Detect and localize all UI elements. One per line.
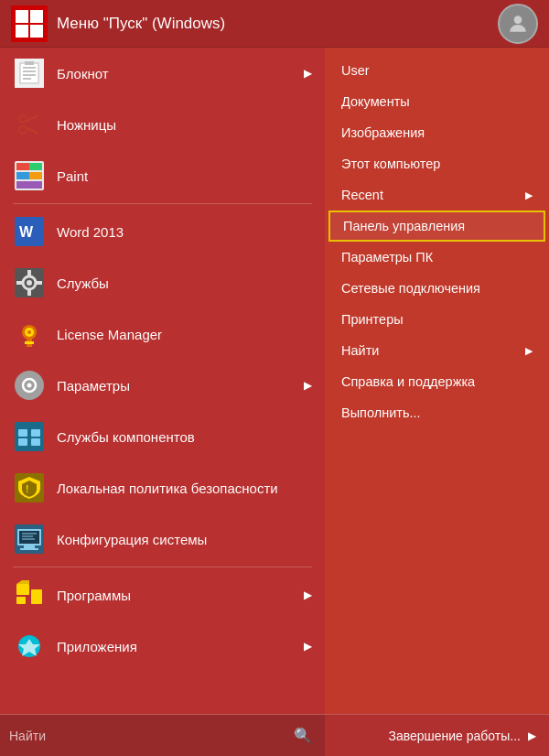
menu-item-services[interactable]: Службы: [0, 257, 325, 308]
svg-rect-49: [20, 548, 38, 550]
menu-item-paint[interactable]: Paint: [0, 150, 325, 201]
right-item-pcsettings[interactable]: Параметры ПК: [325, 242, 549, 273]
svg-marker-53: [16, 580, 29, 584]
svg-rect-23: [27, 270, 31, 275]
sysconfig-icon: [13, 523, 46, 556]
svg-rect-16: [29, 172, 42, 179]
svg-rect-24: [27, 290, 31, 296]
svg-rect-14: [29, 163, 42, 170]
separator-1: [13, 203, 312, 204]
svg-rect-13: [16, 163, 29, 170]
svg-line-10: [27, 115, 39, 122]
svg-point-0: [514, 16, 522, 24]
svg-rect-44: [19, 531, 39, 544]
svg-point-8: [19, 115, 27, 123]
svg-point-9: [19, 126, 27, 134]
menu-item-scissors[interactable]: Ножницы: [0, 99, 325, 150]
services-label: Службы: [57, 275, 312, 291]
programs-icon: [13, 578, 46, 611]
start-menu: Меню "Пуск" (Windows) Блокнот ▶ Ножницы: [0, 0, 549, 756]
menu-item-license[interactable]: License Manager: [0, 308, 325, 360]
components-icon: [13, 420, 46, 453]
recent-arrow: ▶: [525, 189, 533, 201]
notepad-icon: [13, 57, 46, 90]
svg-rect-39: [31, 438, 40, 446]
search-area: 🔍: [0, 715, 325, 756]
right-item-find[interactable]: Найти ▶: [325, 335, 549, 366]
params-label: Параметры: [57, 378, 304, 394]
search-input[interactable]: [9, 729, 290, 743]
license-icon: [13, 318, 46, 351]
menu-item-sysconfig[interactable]: Конфигурация системы: [0, 513, 325, 565]
svg-rect-17: [16, 181, 42, 189]
word-label: Word 2013: [57, 224, 312, 240]
right-item-images[interactable]: Изображения: [325, 117, 549, 148]
scissors-label: Ножницы: [57, 117, 312, 133]
programs-arrow: ▶: [304, 589, 312, 601]
menu-item-apps[interactable]: Приложения ▶: [0, 621, 325, 672]
menu-item-localpolicy[interactable]: ! Локальная политика безопасности: [0, 462, 325, 513]
programs-label: Программы: [57, 588, 304, 603]
notepad-arrow: ▶: [304, 67, 312, 80]
search-button[interactable]: 🔍: [290, 727, 316, 744]
shutdown-button[interactable]: Завершение работы... ▶: [325, 729, 549, 743]
svg-rect-48: [24, 545, 35, 548]
user-avatar[interactable]: [498, 4, 538, 44]
svg-rect-52: [31, 589, 42, 604]
menu-item-components[interactable]: Службы компонентов: [0, 411, 325, 462]
right-item-user[interactable]: User: [325, 55, 549, 86]
components-label: Службы компонентов: [57, 429, 312, 445]
svg-rect-26: [37, 281, 42, 285]
paint-label: Paint: [57, 168, 312, 184]
sysconfig-label: Конфигурация системы: [57, 532, 312, 547]
menu-item-params[interactable]: Параметры ▶: [0, 360, 325, 411]
svg-rect-25: [16, 281, 22, 285]
license-label: License Manager: [57, 327, 312, 342]
right-item-help[interactable]: Справка и поддержка: [325, 366, 549, 397]
right-item-thispc[interactable]: Этот компьютер: [325, 148, 549, 179]
right-item-network[interactable]: Сетевые подключения: [325, 273, 549, 304]
right-panel: User Документы Изображения Этот компьюте…: [325, 48, 549, 714]
svg-rect-38: [18, 438, 27, 446]
start-icon[interactable]: [11, 5, 48, 42]
menu-item-programs[interactable]: Программы ▶: [0, 569, 325, 621]
find-arrow: ▶: [525, 345, 533, 357]
scissors-icon: [13, 108, 46, 141]
apps-label: Приложения: [57, 639, 304, 654]
right-item-run[interactable]: Выполнить...: [325, 397, 549, 428]
svg-rect-35: [15, 422, 44, 451]
word-icon: W: [13, 215, 46, 248]
right-item-recent[interactable]: Recent ▶: [325, 179, 549, 211]
separator-2: [13, 567, 312, 567]
header-title: Меню "Пуск" (Windows): [57, 15, 498, 33]
localpolicy-icon: !: [13, 471, 46, 504]
svg-rect-36: [18, 429, 27, 437]
right-item-controlpanel[interactable]: Панель управления: [328, 211, 545, 242]
svg-text:W: W: [19, 224, 34, 240]
svg-point-34: [27, 383, 32, 388]
apps-icon: [13, 630, 46, 663]
svg-rect-31: [25, 341, 34, 344]
svg-rect-15: [16, 172, 29, 179]
svg-rect-7: [25, 61, 34, 65]
paint-icon: [13, 159, 46, 192]
svg-rect-2: [20, 63, 38, 83]
params-icon: [13, 369, 46, 402]
svg-line-11: [27, 128, 39, 135]
shutdown-arrow: ▶: [528, 729, 536, 742]
footer: 🔍 Завершение работы... ▶: [0, 714, 549, 756]
menu-item-word[interactable]: W Word 2013: [0, 206, 325, 257]
svg-rect-51: [16, 597, 26, 604]
start-header: Меню "Пуск" (Windows): [0, 0, 549, 48]
right-item-documents[interactable]: Документы: [325, 86, 549, 117]
svg-text:!: !: [26, 484, 28, 494]
svg-point-29: [27, 330, 31, 334]
svg-rect-37: [31, 429, 40, 437]
left-panel: Блокнот ▶ Ножницы Paint W: [0, 48, 325, 714]
apps-arrow: ▶: [304, 640, 312, 653]
menu-item-notepad[interactable]: Блокнот ▶: [0, 48, 325, 99]
right-item-printers[interactable]: Принтеры: [325, 304, 549, 335]
params-arrow: ▶: [304, 379, 312, 392]
svg-rect-50: [16, 584, 29, 595]
notepad-label: Блокнот: [57, 66, 304, 81]
